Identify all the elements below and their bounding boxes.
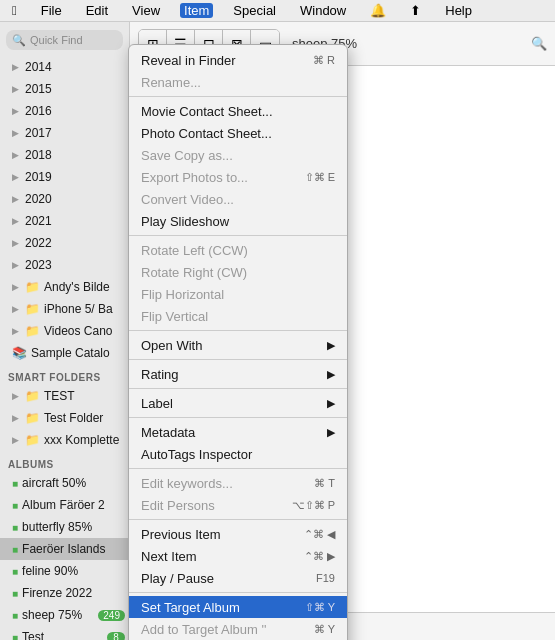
menu-edit[interactable]: Edit <box>82 3 112 18</box>
chevron-icon: ▶ <box>12 238 19 248</box>
menu-item-shortcut: ⌃⌘ ▶ <box>304 550 335 563</box>
menu-movie-contact[interactable]: Movie Contact Sheet... <box>129 100 347 122</box>
menu-item-label: Movie Contact Sheet... <box>141 104 273 119</box>
menu-rating[interactable]: Rating ▶ <box>129 363 347 385</box>
submenu-arrow: ▶ <box>327 397 335 410</box>
menu-item-label: Rotate Right (CW) <box>141 265 247 280</box>
menu-item-shortcut: ⇧⌘ Y <box>305 601 335 614</box>
sidebar-item-test-album[interactable]: ■ Test 8 <box>0 626 129 640</box>
menu-reveal-finder[interactable]: Reveal in Finder ⌘ R <box>129 49 347 71</box>
menu-photo-contact[interactable]: Photo Contact Sheet... <box>129 122 347 144</box>
sidebar-item-2014[interactable]: ▶ 2014 <box>0 56 129 78</box>
year-label: 2021 <box>25 214 52 228</box>
chevron-icon: ▶ <box>12 150 19 160</box>
sidebar-item-aircraft[interactable]: ■ aircraft 50% <box>0 472 129 494</box>
item-label: Test Folder <box>44 411 103 425</box>
menu-autotags[interactable]: AutoTags Inspector <box>129 443 347 465</box>
year-label: 2017 <box>25 126 52 140</box>
sidebar-item-sheep[interactable]: ■ sheep 75% 249 <box>0 604 129 626</box>
sidebar-item-2017[interactable]: ▶ 2017 <box>0 122 129 144</box>
folder-icon: 📁 <box>25 389 40 403</box>
menu-export-photos[interactable]: Export Photos to... ⇧⌘ E <box>129 166 347 188</box>
sidebar-item-2021[interactable]: ▶ 2021 <box>0 210 129 232</box>
folder-icon: 📁 <box>25 433 40 447</box>
menu-play-slideshow[interactable]: Play Slideshow <box>129 210 347 232</box>
menu-rotate-right[interactable]: Rotate Right (CW) <box>129 261 347 283</box>
submenu-arrow: ▶ <box>327 426 335 439</box>
sidebar-item-feline[interactable]: ■ feline 90% <box>0 560 129 582</box>
menu-label[interactable]: Label ▶ <box>129 392 347 414</box>
menu-save-copy[interactable]: Save Copy as... <box>129 144 347 166</box>
sidebar-item-sample[interactable]: 📚 Sample Catalo <box>0 342 129 364</box>
menu-help[interactable]: Help <box>441 3 476 18</box>
menu-edit-keywords[interactable]: Edit keywords... ⌘ T <box>129 472 347 494</box>
sidebar-item-butterfly[interactable]: ■ butterfly 85% <box>0 516 129 538</box>
menu-window[interactable]: Window <box>296 3 350 18</box>
year-label: 2015 <box>25 82 52 96</box>
sidebar-item-iphone[interactable]: ▶ 📁 iPhone 5/ Ba <box>0 298 129 320</box>
folder-icon: 📁 <box>25 302 40 316</box>
sidebar-item-test-folder[interactable]: ▶ 📁 Test Folder <box>0 407 129 429</box>
menu-convert-video[interactable]: Convert Video... <box>129 188 347 210</box>
sidebar-item-2023[interactable]: ▶ 2023 <box>0 254 129 276</box>
menu-metadata[interactable]: Metadata ▶ <box>129 421 347 443</box>
menu-play-pause[interactable]: Play / Pause F19 <box>129 567 347 589</box>
album-icon: ■ <box>12 610 18 621</box>
sidebar-item-2019[interactable]: ▶ 2019 <box>0 166 129 188</box>
menu-item-label: Flip Horizontal <box>141 287 224 302</box>
menu-item-label: Export Photos to... <box>141 170 248 185</box>
chevron-icon: ▶ <box>12 172 19 182</box>
year-label: 2014 <box>25 60 52 74</box>
sidebar-item-2015[interactable]: ▶ 2015 <box>0 78 129 100</box>
menu-file[interactable]: File <box>37 3 66 18</box>
menu-item-label: Convert Video... <box>141 192 234 207</box>
sidebar-item-andys[interactable]: ▶ 📁 Andy's Bilde <box>0 276 129 298</box>
menu-rotate-left[interactable]: Rotate Left (CCW) <box>129 239 347 261</box>
chevron-icon: ▶ <box>12 391 19 401</box>
item-label: xxx Komplette <box>44 433 119 447</box>
album-icon: ■ <box>12 478 18 489</box>
menu-set-target-album[interactable]: Set Target Album ⇧⌘ Y <box>129 596 347 618</box>
search-icon[interactable]: 🔍 <box>531 36 547 51</box>
menu-apple[interactable]:  <box>8 3 21 18</box>
chevron-icon: ▶ <box>12 194 19 204</box>
sidebar-item-videos[interactable]: ▶ 📁 Videos Cano <box>0 320 129 342</box>
item-label: Andy's Bilde <box>44 280 110 294</box>
menu-rename[interactable]: Rename... <box>129 71 347 93</box>
menu-flip-vertical[interactable]: Flip Vertical <box>129 305 347 327</box>
album-icon: ■ <box>12 544 18 555</box>
folder-icon: 📁 <box>25 324 40 338</box>
chevron-icon: ▶ <box>12 62 19 72</box>
search-placeholder: Quick Find <box>30 34 83 46</box>
album-icon: ■ <box>12 632 18 641</box>
sidebar-search[interactable]: 🔍 Quick Find <box>6 30 123 50</box>
year-label: 2020 <box>25 192 52 206</box>
chevron-icon: ▶ <box>12 84 19 94</box>
menu-edit-persons[interactable]: Edit Persons ⌥⇧⌘ P <box>129 494 347 516</box>
menu-item-label: Play / Pause <box>141 571 214 586</box>
menu-view[interactable]: View <box>128 3 164 18</box>
sidebar-item-album-faroer[interactable]: ■ Album Färöer 2 <box>0 494 129 516</box>
sidebar-item-firenze[interactable]: ■ Firenze 2022 <box>0 582 129 604</box>
menu-add-to-target-album[interactable]: Add to Target Album '' ⌘ Y <box>129 618 347 640</box>
menu-item[interactable]: Item <box>180 3 213 18</box>
menu-flip-horizontal[interactable]: Flip Horizontal <box>129 283 347 305</box>
sidebar-item-2018[interactable]: ▶ 2018 <box>0 144 129 166</box>
sidebar-item-test[interactable]: ▶ 📁 TEST <box>0 385 129 407</box>
sidebar-item-2016[interactable]: ▶ 2016 <box>0 100 129 122</box>
menu-previous-item[interactable]: Previous Item ⌃⌘ ◀ <box>129 523 347 545</box>
search-area[interactable]: 🔍 <box>531 36 547 51</box>
menu-next-item[interactable]: Next Item ⌃⌘ ▶ <box>129 545 347 567</box>
menu-special[interactable]: Special <box>229 3 280 18</box>
chevron-icon: ▶ <box>12 128 19 138</box>
menu-separator-3 <box>129 330 347 331</box>
sidebar-item-xxx[interactable]: ▶ 📁 xxx Komplette <box>0 429 129 451</box>
menu-item-label: Metadata <box>141 425 195 440</box>
menu-item-label: Set Target Album <box>141 600 240 615</box>
item-label: Faeröer Islands <box>22 542 105 556</box>
sidebar-item-2020[interactable]: ▶ 2020 <box>0 188 129 210</box>
menu-open-with[interactable]: Open With ▶ <box>129 334 347 356</box>
sidebar-item-faeröer[interactable]: ■ Faeröer Islands <box>0 538 129 560</box>
menu-item-label: Play Slideshow <box>141 214 229 229</box>
sidebar-item-2022[interactable]: ▶ 2022 <box>0 232 129 254</box>
